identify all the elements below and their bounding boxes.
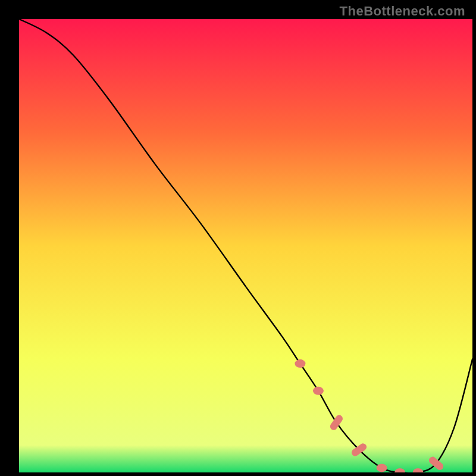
marker-dot <box>377 464 387 472</box>
marker-dot <box>295 359 305 368</box>
chart-svg <box>19 19 472 472</box>
plot-area <box>19 19 472 472</box>
marker-dot <box>313 387 324 395</box>
chart-frame: TheBottleneck.com <box>0 0 476 476</box>
gradient-bg <box>19 19 472 472</box>
watermark-text: TheBottleneck.com <box>340 4 465 19</box>
